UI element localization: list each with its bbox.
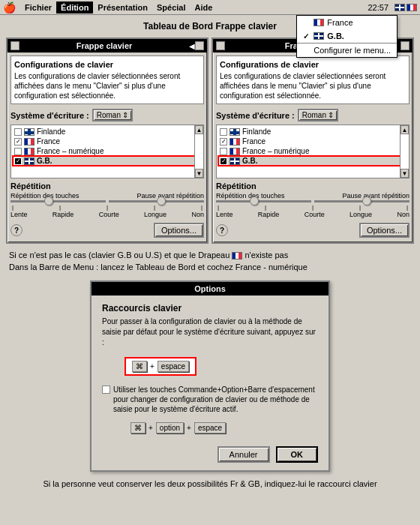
left-slider-pause-thumb[interactable] — [157, 196, 166, 206]
info-text-block: Si ce n'est pas le cas (clavier G.B ou U… — [6, 250, 414, 273]
shortcut1-plus: + — [150, 362, 154, 370]
left-kb-scroll-up[interactable]: ▲ — [195, 125, 203, 134]
right-panel-content: Configurations de clavier Les configurat… — [213, 52, 412, 242]
left-systeme-value: Roman — [97, 111, 121, 119]
panels-row: Frappe clavier ◀ Configurations de clavi… — [6, 38, 414, 244]
left-slider-pause[interactable] — [109, 200, 204, 202]
shortcut2-plus2: + — [187, 424, 191, 432]
flag-fr-menubar[interactable] — [406, 4, 417, 11]
right-systeme-select[interactable]: Roman ⇕ — [298, 109, 338, 122]
left-panel-zoom[interactable] — [195, 41, 204, 50]
menu-presentation[interactable]: Présentation — [93, 2, 152, 14]
right-slider-row — [216, 200, 410, 202]
left-help-btn[interactable]: ? — [10, 224, 22, 236]
left-kb-gb-check[interactable] — [14, 158, 22, 165]
shortcut1-espace-key: espace — [158, 361, 189, 372]
right-kb-gb-check[interactable] — [220, 158, 227, 165]
left-options-btn[interactable]: Options... — [154, 223, 204, 238]
flag-gb-menubar[interactable] — [394, 4, 405, 11]
dropdown-configure[interactable]: Configurer le menu... — [297, 44, 397, 57]
flag-fi-left-0 — [24, 128, 34, 136]
left-kb-scroll-down[interactable]: ▼ — [195, 169, 203, 178]
left-slider-speed[interactable] — [10, 200, 106, 202]
right-kb-scroll-track[interactable] — [400, 134, 409, 169]
left-kb-finlande-check[interactable] — [14, 128, 22, 136]
right-config-box: Configurations de clavier Les configurat… — [216, 56, 410, 104]
options-titlebar: Options — [92, 282, 328, 296]
flag-fr-right-1 — [230, 138, 240, 146]
right-config-title: Configurations de clavier — [220, 59, 406, 70]
info-text-3: Dans la Barre de Menu : lancez le Tablea… — [9, 262, 308, 272]
left-kb-finlande[interactable]: Finlande — [13, 127, 202, 136]
info-text-2: n'existe pas — [242, 250, 288, 260]
dropdown-gb[interactable]: ✓ G.B. — [297, 29, 397, 43]
left-systeme-row: Système d'écriture : Roman ⇕ — [10, 109, 204, 122]
left-config-box: Configurations de clavier Les configurat… — [10, 56, 204, 104]
dropdown-gb-label: G.B. — [327, 32, 344, 40]
left-systeme-arrow: ⇕ — [122, 111, 128, 119]
menu-aide[interactable]: Aide — [190, 2, 218, 14]
left-kb-france-check[interactable] — [14, 138, 22, 146]
cmd-symbol-2: ⌘ — [134, 424, 142, 432]
right-panel-bottom: ? Options... — [216, 221, 410, 239]
left-systeme-select[interactable]: Roman ⇕ — [92, 109, 133, 122]
checkbox-option-box[interactable] — [102, 386, 110, 394]
right-kb-scrollbar[interactable]: ▲ ▼ — [400, 125, 409, 178]
right-slider-pause[interactable] — [314, 200, 410, 202]
right-slider-pause-thumb[interactable] — [362, 196, 371, 206]
left-keyboard-list[interactable]: Finlande France France – numérique — [10, 124, 204, 178]
ok-button[interactable]: OK — [276, 446, 319, 463]
left-kb-france-num-label: France – numérique — [37, 147, 104, 155]
options-content: Raccourcis clavier Pour passer à la conf… — [92, 296, 328, 470]
right-kb-finlande-check[interactable] — [220, 128, 227, 136]
annuler-button[interactable]: Annuler — [218, 446, 270, 463]
right-slider-speed-thumb[interactable] — [250, 196, 259, 206]
left-kb-france-num[interactable]: France – numérique — [13, 146, 202, 156]
left-config-desc: Les configurations de clavier sélectionn… — [14, 71, 200, 100]
left-kb-france[interactable]: France — [13, 136, 202, 146]
left-panel-arrow[interactable]: ◀ — [189, 42, 195, 50]
left-kb-scroll-track[interactable] — [195, 134, 203, 169]
right-kb-scroll-down[interactable]: ▼ — [400, 169, 409, 178]
flag-fr-info — [232, 252, 242, 260]
main-area: Tableau de Bord Frappe clavier Frappe cl… — [0, 15, 420, 494]
left-non: Non — [191, 211, 204, 218]
right-kb-finlande[interactable]: Finlande — [218, 127, 407, 136]
right-keyboard-list[interactable]: Finlande France France – numérique — [216, 124, 410, 178]
shortcut2-box: ⌘ + option + espace — [124, 420, 232, 436]
right-kb-scroll-up[interactable]: ▲ — [400, 125, 409, 134]
right-kb-gb[interactable]: G.B. — [218, 156, 407, 166]
menu-fichier[interactable]: Fichier — [20, 2, 56, 14]
left-panel-close[interactable] — [10, 41, 20, 50]
menu-edition[interactable]: Édition — [56, 2, 93, 14]
right-kb-france-num-check[interactable] — [220, 148, 227, 155]
left-kb-france-num-check[interactable] — [14, 148, 22, 155]
right-help-btn[interactable]: ? — [216, 224, 228, 236]
right-slider-speed[interactable] — [216, 200, 311, 202]
left-slider-speed-thumb[interactable] — [44, 196, 53, 206]
right-options-btn[interactable]: Options... — [359, 223, 410, 238]
left-rep-label-1: Pause avant répétition — [136, 192, 204, 200]
right-kb-france-num[interactable]: France – numérique — [218, 146, 407, 156]
options-dialog-wrapper: Options Raccourcis clavier Pour passer à… — [6, 278, 414, 475]
right-longue: Longue — [350, 211, 372, 218]
shortcut1-row: ⌘ + espace — [102, 354, 318, 379]
left-kb-gb[interactable]: G.B. — [13, 156, 202, 166]
left-systeme-label: Système d'écriture : — [10, 111, 89, 120]
right-panel-close[interactable] — [216, 41, 225, 50]
shortcut2-espace-label: espace — [198, 424, 222, 432]
flag-fr-dropdown — [314, 19, 324, 26]
left-panel-title: Frappe clavier — [20, 41, 189, 50]
apple-menu-icon[interactable]: 🍎 — [3, 2, 16, 14]
right-kb-france[interactable]: France — [218, 136, 407, 146]
right-slider-labels-bottom: Lente Rapide Courte Longue Non — [216, 211, 410, 218]
left-kb-scrollbar[interactable]: ▲ ▼ — [194, 125, 203, 178]
menu-special[interactable]: Spécial — [152, 2, 190, 14]
checkbox-option[interactable]: Utiliser les touches Commande+Option+Bar… — [102, 385, 318, 414]
right-rep-label-1: Pause avant répétition — [342, 192, 410, 200]
right-panel-zoom[interactable] — [400, 41, 410, 50]
right-kb-france-check[interactable] — [220, 138, 227, 146]
dropdown-france[interactable]: France — [297, 16, 397, 29]
right-kb-finlande-label: Finlande — [242, 128, 271, 136]
options-dialog-title: Options — [194, 284, 226, 293]
